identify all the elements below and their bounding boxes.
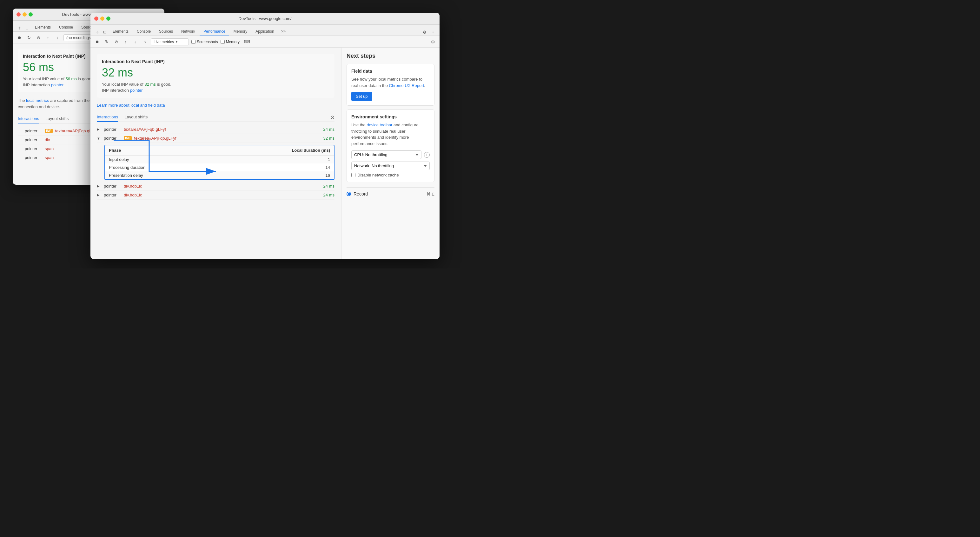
- phase-details-front: Phase Local duration (ms) Input delay 1 …: [104, 145, 334, 180]
- next-steps-title: Next steps: [347, 53, 434, 59]
- type-3-front: pointer: [104, 193, 121, 198]
- gear-icon-front[interactable]: ⚙: [421, 29, 428, 35]
- cursor-icon-front[interactable]: ⊹: [94, 29, 100, 35]
- settings-gear-front[interactable]: ⚙: [430, 38, 436, 45]
- main-content-front: Interaction to Next Paint (INP) 32 ms Yo…: [91, 48, 439, 259]
- maximize-button-front[interactable]: [106, 16, 110, 21]
- record-shortcut: ⌘ E: [426, 192, 434, 196]
- window-title-front: DevTools - www.google.com/: [239, 16, 292, 21]
- setup-button[interactable]: Set up: [351, 92, 372, 101]
- reload-btn-front[interactable]: ↻: [103, 38, 110, 45]
- inp-desc-front: Your local INP value of 32 ms is good.: [102, 82, 329, 87]
- devtools-window-front: DevTools - www.google.com/ ⊹ ⊡ Elements …: [91, 13, 439, 259]
- tab-console-back[interactable]: Console: [55, 23, 77, 32]
- duration-3-front: 24 ms: [320, 193, 334, 198]
- upload-btn-back[interactable]: ↑: [45, 34, 51, 41]
- interaction-row-4-front: ▶ pointer span 24 ms: [97, 200, 334, 201]
- element-2-front: div.hob1lc: [124, 184, 318, 188]
- element-3-front: div.hob1lc: [124, 193, 318, 198]
- record-btn-back[interactable]: ⏺: [16, 34, 23, 41]
- tab-performance-front[interactable]: Performance: [200, 27, 229, 36]
- layout-icon-front[interactable]: ⊡: [101, 29, 108, 35]
- disable-cache-row: Disable network cache: [351, 173, 430, 177]
- local-metrics-link-back[interactable]: local metrics: [26, 98, 49, 103]
- interactions-tab-back[interactable]: Interactions: [18, 114, 39, 123]
- inp-interaction-front: INP interaction pointer: [102, 88, 329, 93]
- phase-col2-front: Local duration (ms): [292, 148, 330, 153]
- minimize-button-back[interactable]: [22, 13, 27, 16]
- close-button-front[interactable]: [94, 16, 99, 21]
- field-data-title: Field data: [351, 69, 430, 73]
- memory-group-front: Memory: [221, 40, 240, 44]
- download-btn-back[interactable]: ↓: [54, 34, 61, 41]
- maximize-button-back[interactable]: [29, 13, 33, 16]
- download-btn-front[interactable]: ↓: [132, 38, 139, 45]
- cpu-info-icon[interactable]: i: [424, 152, 430, 158]
- tab-sources-front[interactable]: Sources: [155, 27, 177, 35]
- inp-interaction-link-front[interactable]: pointer: [130, 88, 143, 93]
- layout-icon-back[interactable]: ⊡: [24, 24, 30, 32]
- stop-btn-back[interactable]: ⊘: [35, 34, 42, 41]
- inp-interaction-link-back[interactable]: pointer: [51, 83, 64, 87]
- traffic-lights-back: [16, 13, 33, 16]
- cpu-throttle-select[interactable]: CPU: No throttling: [351, 150, 422, 159]
- element-1-front: textarea#APjFqb.gLFyf: [134, 136, 318, 140]
- disable-cache-label: Disable network cache: [357, 173, 399, 177]
- field-data-desc-suffix: .: [424, 83, 425, 88]
- screenshots-group-front: Screenshots: [191, 40, 218, 44]
- dropdown-chevron-front: ▾: [176, 40, 177, 43]
- tab-memory-front[interactable]: Memory: [230, 27, 251, 35]
- learn-more-link-front[interactable]: Learn more about local and field data: [97, 103, 334, 108]
- record-button[interactable]: Record: [347, 191, 368, 196]
- clear-icon-front[interactable]: ⊘: [330, 114, 334, 120]
- inp-badge-0-back: INP: [45, 129, 52, 133]
- type-0-front: pointer: [104, 127, 121, 132]
- field-data-desc: See how your local metrics compare to re…: [351, 76, 430, 89]
- env-settings-desc: Use the device toolbar and configure thr…: [351, 122, 430, 147]
- expand-btn-2-front[interactable]: ▶: [97, 184, 101, 188]
- duration-1-front: 32 ms: [320, 136, 334, 140]
- inp-desc-prefix-back: Your local INP value of: [23, 76, 65, 81]
- inp-desc-value-front: 32 ms: [145, 82, 156, 87]
- phase-value-0-front: 1: [328, 157, 330, 162]
- home-btn-front[interactable]: ⌂: [141, 38, 148, 45]
- cursor-icon-back[interactable]: ⊹: [16, 24, 23, 32]
- type-2-front: pointer: [104, 184, 121, 188]
- disable-cache-checkbox[interactable]: [351, 173, 355, 177]
- more-icon-front[interactable]: ⋮: [430, 29, 436, 35]
- expand-btn-0-front[interactable]: ▶: [97, 127, 101, 131]
- screenshots-checkbox-front[interactable]: [191, 40, 196, 44]
- layout-shifts-tab-front[interactable]: Layout shifts: [124, 113, 148, 122]
- stop-btn-front[interactable]: ⊘: [113, 38, 119, 45]
- tab-console-front[interactable]: Console: [133, 27, 154, 35]
- expand-btn-1-front[interactable]: ▼: [97, 137, 101, 140]
- tab-elements-back[interactable]: Elements: [31, 23, 54, 32]
- device-toolbar-link[interactable]: device toolbar: [366, 123, 392, 127]
- inp-desc-suffix-back: is good.: [77, 76, 92, 81]
- duration-0-front: 24 ms: [320, 127, 334, 132]
- tab-application-front[interactable]: Application: [252, 27, 278, 35]
- tab-network-front[interactable]: Network: [177, 27, 199, 35]
- layout-shifts-tab-back[interactable]: Layout shifts: [45, 114, 68, 123]
- memory-checkbox-front[interactable]: [221, 40, 225, 44]
- close-button-back[interactable]: [16, 13, 21, 16]
- keyboard-icon-front[interactable]: ⌨: [243, 38, 250, 45]
- network-throttle-select[interactable]: Network: No throttling: [351, 161, 430, 170]
- expand-btn-3-front[interactable]: ▶: [97, 193, 101, 197]
- interaction-row-3-front: ▶ pointer div.hob1lc 24 ms: [97, 191, 334, 200]
- phase-value-2-front: 16: [326, 173, 330, 178]
- reload-btn-back[interactable]: ↻: [25, 34, 32, 41]
- tab-elements-front[interactable]: Elements: [109, 27, 132, 35]
- interactions-tab-front[interactable]: Interactions: [97, 113, 118, 122]
- tab-bar-front: ⊹ ⊡ Elements Console Sources Network Per…: [91, 25, 439, 36]
- upload-btn-front[interactable]: ↑: [122, 38, 129, 45]
- tab-more-front[interactable]: >>: [278, 27, 288, 35]
- left-panel-front: Interaction to Next Paint (INP) 32 ms Yo…: [91, 48, 341, 259]
- chrome-ux-report-link[interactable]: Chrome UX Report: [389, 83, 424, 88]
- record-btn-front[interactable]: ⏺: [94, 38, 100, 45]
- live-metrics-dropdown-front[interactable]: Live metrics ▾: [151, 38, 189, 45]
- inp-badge-1-front: INP: [124, 136, 132, 140]
- env-settings-card: Environment settings Use the device tool…: [347, 110, 434, 182]
- minimize-button-front[interactable]: [100, 16, 104, 21]
- phase-name-1-front: Processing duration: [109, 165, 145, 170]
